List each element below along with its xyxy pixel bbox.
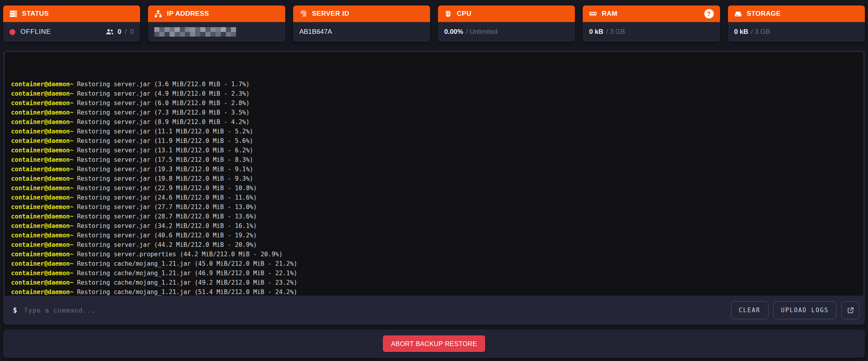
console-line-message: Restoring server.jar (19.3 MiB/212.0 MiB…	[77, 166, 253, 173]
players-current: 0	[118, 28, 121, 36]
console-line-message: Restoring cache/mojang_1.21.jar (51.4 Mi…	[77, 289, 297, 296]
redacted-pixel	[164, 27, 170, 32]
command-prompt-symbol: $	[13, 306, 17, 314]
console-line: container@daemon~Restoring server.jar (4…	[11, 240, 857, 250]
redacted-pixel	[216, 27, 221, 32]
redacted-pixel	[221, 27, 226, 32]
server-id-card: SERVER ID AB1B647A	[293, 6, 430, 42]
console-line-prompt: container@daemon~	[11, 137, 74, 144]
redacted-pixel	[205, 32, 211, 37]
fingerprint-icon	[299, 10, 307, 18]
help-circle-icon[interactable]: ?	[704, 9, 714, 19]
server-state-label: OFFLINE	[20, 28, 51, 36]
status-card-header: STATUS	[3, 6, 140, 22]
console-line: container@daemon~Restoring server.jar (1…	[11, 127, 857, 136]
console-line-message: Restoring server.jar (19.8 MiB/212.0 MiB…	[77, 175, 253, 182]
ram-card: RAM ? 0 kB / 3 GB	[583, 6, 720, 42]
console-line-message: Restoring server.jar (17.5 MiB/212.0 MiB…	[77, 156, 253, 163]
storage-usage-value: 0 kB	[734, 28, 748, 36]
ip-card-body	[148, 22, 285, 42]
abort-backup-restore-button[interactable]: ABORT BACKUP RESTORE	[383, 335, 485, 352]
players-separator: /	[125, 28, 127, 36]
popout-console-button[interactable]	[841, 301, 859, 319]
ram-usage-value: 0 kB	[589, 28, 603, 36]
console-line-message: Restoring server.jar (44.2 MiB/212.0 MiB…	[77, 241, 257, 248]
console-line: container@daemon~Restoring cache/mojang_…	[11, 268, 857, 278]
memory-icon	[589, 10, 597, 18]
console-line-prompt: container@daemon~	[11, 109, 74, 116]
upload-logs-button[interactable]: UPLOAD LOGS	[773, 301, 837, 319]
ram-card-header: RAM ?	[583, 6, 720, 22]
player-count: 0 / 0	[105, 28, 134, 36]
external-link-icon	[847, 307, 854, 314]
console-line-prompt: container@daemon~	[11, 194, 74, 201]
console-line-prompt: container@daemon~	[11, 81, 74, 88]
console-line: container@daemon~Restoring server.jar (4…	[11, 89, 857, 98]
console-line: container@daemon~Restoring server.jar (4…	[11, 231, 857, 240]
console-line-message: Restoring server.jar (22.9 MiB/212.0 MiB…	[77, 185, 257, 192]
redacted-pixel	[154, 27, 159, 32]
console-line-prompt: container@daemon~	[11, 175, 74, 182]
storage-card-title: STORAGE	[747, 10, 781, 18]
console-line: container@daemon~Restoring server.jar (2…	[11, 183, 857, 193]
players-max: 0	[130, 28, 134, 36]
redacted-pixel	[180, 27, 185, 32]
redacted-pixel	[211, 27, 216, 32]
console-line: container@daemon~Restoring server.jar (3…	[11, 80, 857, 89]
storage-card: STORAGE 0 kB / 3 GB	[728, 6, 865, 42]
redacted-pixel	[185, 27, 190, 32]
console-lines: container@daemon~Restoring server.jar (3…	[11, 80, 857, 296]
status-card-body: OFFLINE 0 / 0	[3, 22, 140, 42]
redacted-pixel	[211, 32, 216, 37]
cpu-usage-value: 0.00%	[444, 28, 463, 36]
console-line: container@daemon~Restoring server.proper…	[11, 250, 857, 259]
console-line-prompt: container@daemon~	[11, 260, 74, 267]
console-line-message: Restoring server.jar (34.2 MiB/212.0 MiB…	[77, 222, 257, 230]
console-line-prompt: container@daemon~	[11, 289, 74, 296]
server-id-value: AB1B647A	[299, 28, 332, 36]
command-input[interactable]	[23, 306, 726, 315]
console-line-prompt: container@daemon~	[11, 213, 74, 220]
cpu-card-header: CPU	[438, 6, 575, 22]
clear-button[interactable]: CLEAR	[731, 301, 768, 319]
console-terminal[interactable]: container@daemon~Restoring server.jar (3…	[5, 52, 863, 296]
console-line: container@daemon~Restoring server.jar (3…	[11, 221, 857, 231]
console-line-message: Restoring server.jar (13.1 MiB/212.0 MiB…	[77, 147, 253, 154]
console-line-message: Restoring server.properties (44.2 MiB/21…	[77, 251, 283, 258]
console-line-prompt: container@daemon~	[11, 222, 74, 230]
server-id-card-header: SERVER ID	[293, 6, 430, 22]
console-line-message: Restoring cache/mojang_1.21.jar (45.0 Mi…	[77, 260, 297, 267]
ram-card-body: 0 kB / 3 GB	[583, 22, 720, 42]
redacted-pixel	[175, 27, 180, 32]
console-panel: container@daemon~Restoring server.jar (3…	[3, 50, 865, 325]
redacted-pixel	[195, 32, 200, 37]
redacted-pixel	[221, 32, 226, 37]
ip-card-title: IP ADDRESS	[167, 10, 209, 18]
console-line: container@daemon~Restoring server.jar (1…	[11, 165, 857, 174]
redacted-pixel	[226, 27, 231, 32]
status-card-title: STATUS	[22, 10, 49, 18]
redacted-pixel	[159, 27, 164, 32]
console-line-message: Restoring cache/mojang_1.21.jar (46.9 Mi…	[77, 270, 297, 277]
console-line: container@daemon~Restoring server.jar (1…	[11, 136, 857, 146]
console-line-prompt: container@daemon~	[11, 156, 74, 163]
server-icon	[9, 10, 17, 18]
offline-status-dot	[9, 29, 15, 35]
users-icon	[105, 29, 114, 35]
redacted-pixel	[190, 32, 195, 37]
server-id-card-body: AB1B647A	[293, 22, 430, 42]
console-line-prompt: container@daemon~	[11, 166, 74, 173]
console-line-message: Restoring server.jar (28.7 MiB/212.0 MiB…	[77, 213, 257, 220]
console-line: container@daemon~Restoring server.jar (6…	[11, 98, 857, 108]
console-line-prompt: container@daemon~	[11, 232, 74, 239]
console-line-message: Restoring server.jar (24.6 MiB/212.0 MiB…	[77, 194, 257, 201]
redacted-pixel	[170, 27, 175, 32]
console-line-message: Restoring server.jar (11.1 MiB/212.0 MiB…	[77, 128, 253, 135]
drive-icon	[734, 10, 742, 18]
console-line-prompt: container@daemon~	[11, 185, 74, 192]
console-line: container@daemon~Restoring server.jar (1…	[11, 146, 857, 155]
redacted-pixel	[154, 32, 159, 37]
redacted-pixel	[216, 32, 221, 37]
redacted-pixel	[226, 32, 231, 37]
cpu-card: CPU 0.00% / Unlimited	[438, 6, 575, 42]
